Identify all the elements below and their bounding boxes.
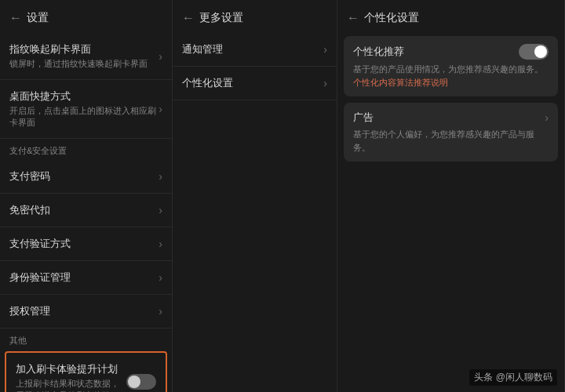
payment-password-chevron-icon: › [159,170,162,183]
payment-verify-item[interactable]: 支付验证方式 › [0,227,172,261]
more-settings-panel: ← 更多设置 通知管理 › 个性化设置 › [173,0,337,392]
notification-manage-chevron-icon: › [323,43,327,56]
panel3-back-arrow[interactable]: ← [347,11,359,25]
desktop-title: 桌面快捷方式 [9,89,159,103]
auth-manage-chevron-icon: › [159,305,162,318]
join-plan-toggle[interactable] [126,374,156,390]
panel2-title: 更多设置 [199,11,243,25]
identity-manage-content: 身份验证管理 [9,270,159,285]
identity-manage-title: 身份验证管理 [9,270,159,285]
fingerprint-chevron-icon: › [159,50,162,63]
payment-section-label: 支付&安全设置 [0,139,172,160]
join-plan-subtitle: 上报刷卡结果和状态数据，用于改进产品的刷卡体验 [16,378,126,392]
ads-card-title: 广告 [353,111,374,125]
join-plan-toggle-knob [128,376,140,388]
personalized-card-title: 个性化推荐 [353,45,404,59]
panel3-header: ← 个性化设置 [337,6,564,33]
identity-manage-item[interactable]: 身份验证管理 › [0,261,172,295]
payment-password-item[interactable]: 支付密码 › [0,160,172,194]
personalized-toggle[interactable] [519,44,549,60]
personalized-desc-text: 基于您的产品使用情况，为您推荐感兴趣的服务。 [353,64,543,74]
desktop-chevron-icon: › [159,103,162,115]
ads-card: 广告 › 基于您的个人偏好，为您推荐感兴趣的产品与服务。 [344,103,558,162]
payment-verify-title: 支付验证方式 [9,237,159,251]
personalized-card-title-row: 个性化推荐 [353,44,549,60]
payment-verify-content: 支付验证方式 [9,237,159,251]
watermark-icon: 头条 [474,372,493,383]
panel1-header: ← 设置 [0,6,172,33]
fingerprint-card-item[interactable]: 指纹唤起刷卡界面 锁屏时，通过指纹快速唤起刷卡界面 › [0,33,172,80]
personalize-settings-content: 个性化设置 [182,76,323,90]
personalized-desc-link[interactable]: 个性化内容算法推荐说明 [353,78,448,87]
ads-card-title-row: 广告 › [353,111,549,125]
personalized-toggle-knob [534,45,547,58]
payment-password-title: 支付密码 [9,169,159,183]
personalize-settings-title: 个性化设置 [182,76,323,90]
panel2-back-arrow[interactable]: ← [182,11,195,25]
desktop-subtitle: 开启后，点击桌面上的图标进入相应刷卡界面 [9,105,159,129]
personalized-card-desc: 基于您的产品使用情况，为您推荐感兴趣的服务。 个性化内容算法推荐说明 [353,63,549,89]
ads-card-desc: 基于您的个人偏好，为您推荐感兴趣的产品与服务。 [353,128,549,154]
desktop-content: 桌面快捷方式 开启后，点击桌面上的图标进入相应刷卡界面 [9,89,159,129]
free-deduct-chevron-icon: › [159,204,162,216]
personalize-panel: ← 个性化设置 个性化推荐 基于您的产品使用情况，为您推荐感兴趣的服务。 个性化… [337,0,565,392]
payment-password-content: 支付密码 [9,169,159,183]
auth-manage-title: 授权管理 [9,304,159,318]
panel1-back-arrow[interactable]: ← [9,11,22,25]
watermark: 头条 @闲人聊数码 [469,369,557,386]
free-deduct-item[interactable]: 免密代扣 › [0,194,172,227]
notification-manage-title: 通知管理 [182,42,323,56]
personalize-settings-item[interactable]: 个性化设置 › [173,67,337,100]
other-section-label: 其他 [0,328,172,350]
payment-verify-chevron-icon: › [159,238,162,250]
settings-panel: ← 设置 指纹唤起刷卡界面 锁屏时，通过指纹快速唤起刷卡界面 › 桌面快捷方式 … [0,0,173,392]
panel2-header: ← 更多设置 [173,6,337,33]
fingerprint-subtitle: 锁屏时，通过指纹快速唤起刷卡界面 [9,58,159,70]
notification-manage-item[interactable]: 通知管理 › [173,33,337,67]
highlight-group: 加入刷卡体验提升计划 上报刷卡结果和状态数据，用于改进产品的刷卡体验 [5,351,167,392]
free-deduct-content: 免密代扣 [9,203,159,217]
fingerprint-title: 指纹唤起刷卡界面 [9,42,159,56]
join-plan-content: 加入刷卡体验提升计划 上报刷卡结果和状态数据，用于改进产品的刷卡体验 [16,362,126,392]
identity-manage-chevron-icon: › [159,271,162,284]
personalized-recommend-card: 个性化推荐 基于您的产品使用情况，为您推荐感兴趣的服务。 个性化内容算法推荐说明 [344,36,558,96]
free-deduct-title: 免密代扣 [9,203,159,217]
watermark-text: @闲人聊数码 [496,372,552,383]
ads-chevron-icon: › [545,111,549,124]
panel1-title: 设置 [27,11,49,25]
auth-manage-item[interactable]: 授权管理 › [0,295,172,328]
join-plan-item[interactable]: 加入刷卡体验提升计划 上报刷卡结果和状态数据，用于改进产品的刷卡体验 [6,353,166,392]
join-plan-title: 加入刷卡体验提升计划 [16,362,126,376]
personalize-settings-chevron-icon: › [323,77,327,89]
desktop-shortcut-item[interactable]: 桌面快捷方式 开启后，点击桌面上的图标进入相应刷卡界面 › [0,80,172,139]
fingerprint-content: 指纹唤起刷卡界面 锁屏时，通过指纹快速唤起刷卡界面 [9,42,159,70]
notification-manage-content: 通知管理 [182,42,323,56]
auth-manage-content: 授权管理 [9,304,159,318]
panel3-title: 个性化设置 [364,11,419,25]
